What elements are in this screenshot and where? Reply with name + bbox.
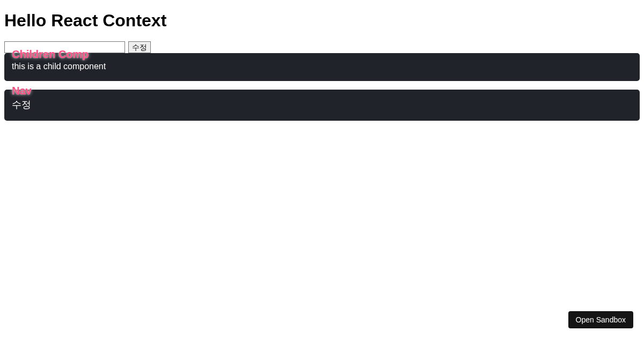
- nav-card: Nav 수정: [4, 90, 640, 121]
- input-row: 수정: [4, 41, 640, 53]
- children-card: Children Comp this is a child component: [4, 53, 640, 81]
- app-root: Hello React Context 수정 Children Comp thi…: [0, 0, 644, 134]
- children-card-text: this is a child component: [12, 62, 632, 71]
- page-title: Hello React Context: [4, 11, 640, 31]
- nav-card-text: 수정: [12, 98, 632, 111]
- submit-button[interactable]: 수정: [128, 41, 151, 53]
- open-sandbox-button[interactable]: Open Sandbox: [568, 311, 633, 328]
